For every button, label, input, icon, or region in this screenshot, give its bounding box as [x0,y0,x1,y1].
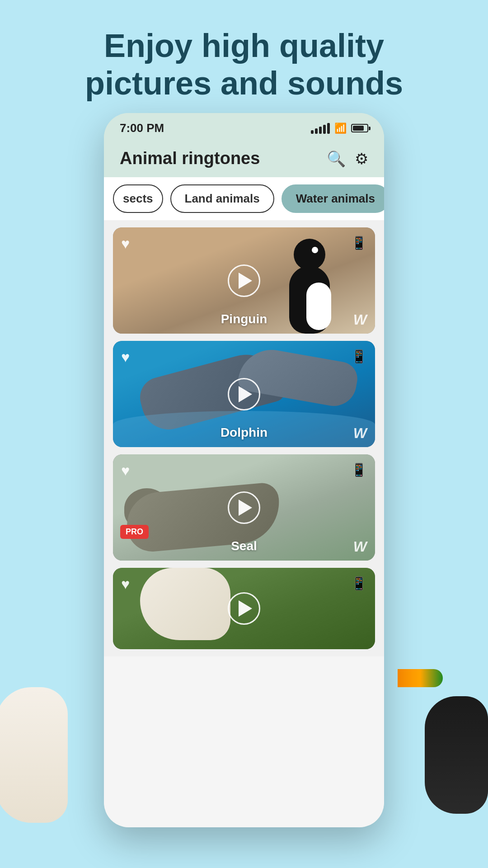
search-icon[interactable]: 🔍 [327,150,346,168]
pro-badge-seal: PRO [120,525,149,539]
play-button-penguin[interactable] [228,264,260,297]
battery-icon [351,124,368,132]
tabs-area: sects Land animals Water animals [104,177,384,220]
cards-area: ♥ 📱 Pinguin W ♥ 📱 Dolphin [104,220,384,656]
status-time: 7:00 PM [120,121,164,135]
card-label-seal: Seal [231,539,257,553]
w-badge-seal: W [353,538,367,555]
header-icons: 🔍 ⚙ [327,150,368,168]
decorative-toucan [416,642,488,814]
app-title: Animal ringtones [120,149,260,168]
status-bar: 7:00 PM 📶 [104,113,384,140]
animal-card-penguin[interactable]: ♥ 📱 Pinguin W [113,227,375,334]
tab-land-animals[interactable]: Land animals [170,184,274,213]
decorative-pelican [0,633,77,823]
wifi-icon: 📶 [334,123,347,134]
w-badge-penguin: W [353,311,367,328]
animal-card-seal[interactable]: ♥ 📱 PRO Seal W [113,454,375,561]
status-icons: 📶 [311,123,368,134]
play-button-dolphin[interactable] [228,378,260,410]
phone-vibrate-icon-seal: 📱 [351,462,367,477]
app-header: Animal ringtones 🔍 ⚙ [104,140,384,177]
favorite-icon-penguin[interactable]: ♥ [121,236,130,252]
tab-insects[interactable]: sects [113,184,163,213]
favorite-icon-seal[interactable]: ♥ [121,462,130,479]
animal-card-dolphin[interactable]: ♥ 📱 Dolphin W [113,341,375,447]
phone-frame: 7:00 PM 📶 Animal ringtones 🔍 ⚙ [104,113,384,827]
favorite-icon-dolphin[interactable]: ♥ [121,349,130,366]
play-button-seal[interactable] [228,491,260,524]
phone-content: sects Land animals Water animals [104,177,384,827]
animal-card-pelican[interactable]: ♥ 📱 [113,568,375,649]
hero-title: Enjoy high quality pictures and sounds [0,0,488,120]
phone-vibrate-icon-penguin: 📱 [351,236,367,250]
w-badge-dolphin: W [353,425,367,442]
card-label-penguin: Pinguin [221,312,267,326]
play-button-pelican[interactable] [228,592,260,625]
phone-vibrate-icon-dolphin: 📱 [351,349,367,364]
tab-water-animals[interactable]: Water animals [282,184,384,213]
phone-vibrate-icon-pelican: 📱 [351,576,367,591]
settings-icon[interactable]: ⚙ [355,150,368,168]
signal-icon [311,123,330,134]
favorite-icon-pelican[interactable]: ♥ [121,576,130,593]
card-label-dolphin: Dolphin [221,425,267,440]
